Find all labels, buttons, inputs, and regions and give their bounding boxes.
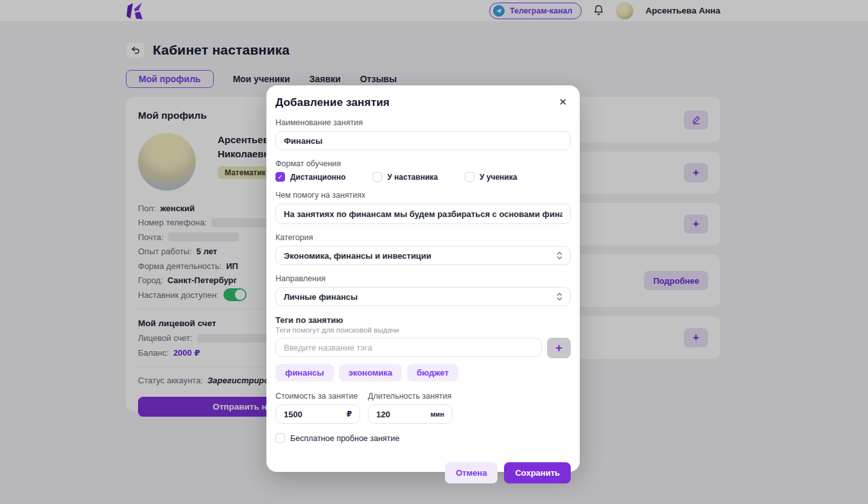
duration-label: Длительность занятия bbox=[368, 392, 453, 401]
tag-list: финансы экономика бюджет bbox=[275, 364, 571, 381]
help-label: Чем помогу на занятиях bbox=[275, 191, 571, 200]
duration-field: Длительность занятия мин bbox=[368, 392, 453, 424]
chevron-updown-icon bbox=[557, 292, 562, 301]
save-button[interactable]: Сохранить bbox=[504, 462, 571, 483]
lesson-name-label: Наименование занятия bbox=[275, 118, 571, 127]
add-lesson-modal: Добавление занятия ✕ Наименование заняти… bbox=[266, 85, 580, 472]
lesson-name-input[interactable] bbox=[275, 131, 571, 150]
price-label: Стоимость за занятие bbox=[275, 392, 360, 401]
direction-select[interactable]: Личные финансы bbox=[275, 287, 571, 306]
help-input[interactable] bbox=[275, 204, 571, 224]
checkbox-distance[interactable]: ✓ Дистанционно bbox=[275, 172, 345, 182]
add-tag-button[interactable]: + bbox=[547, 338, 571, 358]
checkbox-checked-icon: ✓ bbox=[275, 172, 285, 182]
tag-pill[interactable]: экономика bbox=[339, 364, 402, 381]
ruble-suffix: ₽ bbox=[347, 410, 352, 419]
format-label: Формат обучения bbox=[275, 159, 571, 168]
tag-pill[interactable]: бюджет bbox=[407, 364, 458, 381]
checkbox-at-mentor[interactable]: У наставника bbox=[372, 172, 438, 182]
plus-icon: + bbox=[555, 342, 562, 355]
chevron-updown-icon bbox=[557, 251, 562, 260]
checkbox-at-student[interactable]: У ученика bbox=[465, 172, 517, 182]
duration-input[interactable] bbox=[376, 410, 421, 419]
checkbox-icon bbox=[372, 172, 382, 182]
tag-input[interactable] bbox=[275, 338, 542, 357]
close-icon[interactable]: ✕ bbox=[555, 94, 571, 109]
price-input[interactable] bbox=[284, 410, 329, 419]
tags-label: Теги по занятию bbox=[275, 315, 571, 325]
trial-checkbox-row[interactable]: Бесплатное пробное занятие bbox=[275, 433, 571, 443]
category-label: Категория bbox=[275, 233, 571, 242]
trial-label: Бесплатное пробное занятие bbox=[290, 434, 399, 443]
tags-hint: Теги помогут для поисковой выдачи bbox=[275, 326, 571, 334]
tag-pill[interactable]: финансы bbox=[275, 364, 334, 381]
checkbox-icon bbox=[465, 172, 474, 182]
price-field: Стоимость за занятие ₽ bbox=[275, 392, 360, 424]
minutes-suffix: мин bbox=[430, 410, 444, 418]
checkbox-icon bbox=[275, 433, 285, 443]
cancel-button[interactable]: Отмена bbox=[445, 462, 498, 483]
direction-label: Направления bbox=[275, 274, 571, 283]
category-select[interactable]: Экономика, финансы и инвестиции bbox=[275, 246, 571, 265]
modal-title: Добавление занятия bbox=[275, 94, 390, 109]
format-options: ✓ Дистанционно У наставника У ученика bbox=[275, 172, 571, 182]
